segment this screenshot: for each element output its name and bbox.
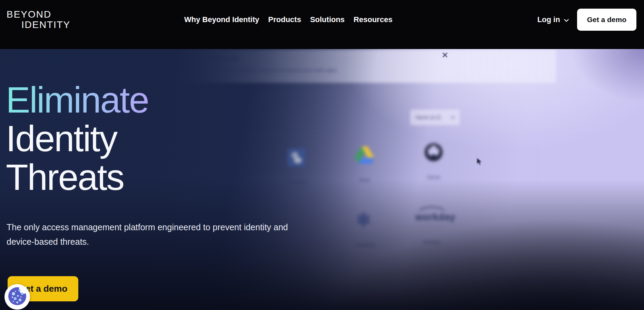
nav-item-solutions[interactable]: Solutions: [310, 15, 345, 24]
hero-heading: Eliminate Identity Threats: [6, 80, 148, 196]
banner-close-icon[interactable]: ✕: [442, 50, 448, 60]
hero-subheading: The only access management platform engi…: [7, 220, 298, 249]
cookie-consent-widget[interactable]: [4, 284, 30, 310]
mouse-cursor-icon: [477, 158, 482, 167]
hero-heading-line-threats: Threats: [6, 158, 148, 196]
login-menu[interactable]: Log in: [537, 15, 569, 24]
beyond-identity-logo[interactable]: BEYOND IDENTITY: [7, 9, 70, 30]
nav-item-why-beyond-identity[interactable]: Why Beyond Identity: [184, 15, 259, 24]
cookie-icon: [8, 287, 27, 307]
main-nav: Why Beyond Identity Products Solutions R…: [184, 15, 393, 24]
hero-heading-line-eliminate: Eliminate: [6, 80, 148, 119]
hero-heading-line-identity: Identity: [6, 119, 148, 158]
get-a-demo-button[interactable]: Get a demo: [577, 9, 636, 31]
hero-section: app dashboard! log into this dashboard n…: [0, 49, 644, 310]
header-actions: Log in Get a demo: [537, 9, 636, 31]
login-label: Log in: [537, 15, 560, 24]
top-navigation-bar: BEYOND IDENTITY Why Beyond Identity Prod…: [0, 0, 644, 49]
chevron-down-icon: [564, 15, 569, 24]
nav-item-resources[interactable]: Resources: [354, 15, 393, 24]
logo-line-1: BEYOND: [7, 9, 51, 20]
nav-item-products[interactable]: Products: [268, 15, 301, 24]
logo-line-2: IDENTITY: [21, 20, 70, 30]
